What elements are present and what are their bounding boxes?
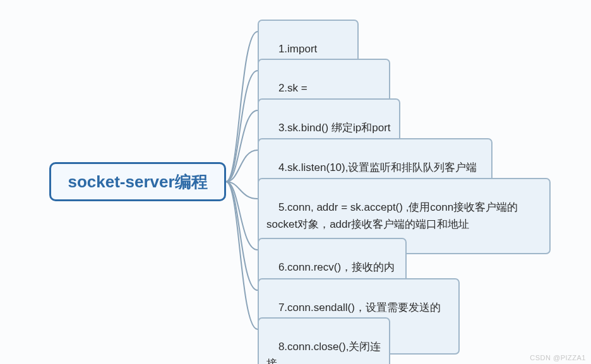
mindmap-canvas: socket-server编程 1.import socket 2.sk = s… — [0, 0, 591, 364]
mindmap-child-label: 5.conn, addr = sk.accept() ,使用conn接收客户端的… — [266, 201, 518, 230]
mindmap-root-node[interactable]: socket-server编程 — [49, 162, 226, 201]
mindmap-child-label: 8.conn.close(),关闭连接 — [266, 341, 381, 364]
mindmap-child-node[interactable]: 8.conn.close(),关闭连接 — [258, 317, 390, 364]
mindmap-child-label: 3.sk.bind() 绑定ip和port — [278, 122, 391, 134]
watermark-text: CSDN @PIZZA1 — [530, 354, 586, 361]
mindmap-root-label: socket-server编程 — [68, 171, 207, 193]
